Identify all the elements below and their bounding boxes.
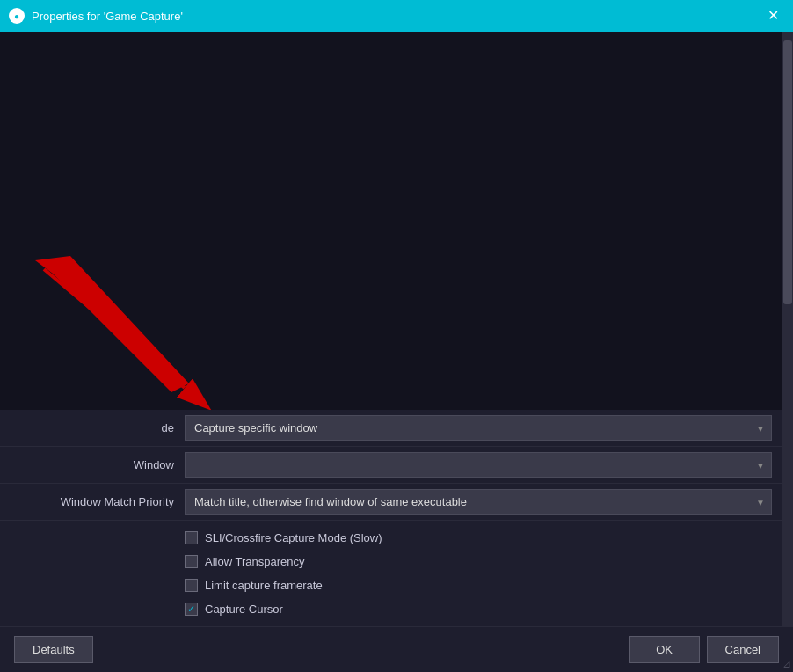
window-match-priority-control: Match title, otherwise find window of sa… xyxy=(185,489,786,515)
form-section: de Capture specific window Window xyxy=(0,410,793,626)
cursor-checkbox-row: Capture Cursor xyxy=(185,597,793,621)
app-icon: ● xyxy=(9,8,25,24)
sli-checkbox[interactable] xyxy=(185,531,198,544)
mode-select-wrapper: Capture specific window xyxy=(185,415,772,441)
sli-label: SLI/Crossfire Capture Mode (Slow) xyxy=(205,531,382,544)
mode-label: de xyxy=(0,421,185,435)
window-match-priority-label: Window Match Priority xyxy=(0,495,185,508)
titlebar: ● Properties for 'Game Capture' ✕ xyxy=(0,0,793,32)
transparency-label: Allow Transparency xyxy=(205,555,304,568)
checkboxes-section: SLI/Crossfire Capture Mode (Slow) Allow … xyxy=(0,521,793,626)
resize-handle[interactable]: ⊿ xyxy=(782,658,791,670)
window-match-priority-select[interactable]: Match title, otherwise find window of sa… xyxy=(185,489,772,515)
window-match-priority-row: Window Match Priority Match title, other… xyxy=(0,484,793,521)
window-select-wrapper xyxy=(185,452,772,478)
transparency-checkbox-row: Allow Transparency xyxy=(185,550,793,573)
window-label: Window xyxy=(0,458,185,471)
mode-row: de Capture specific window xyxy=(0,410,793,447)
titlebar-left: ● Properties for 'Game Capture' xyxy=(9,8,183,24)
footer-right: OK Cancel xyxy=(629,636,779,663)
window-row: Window xyxy=(0,447,793,484)
cursor-label: Capture Cursor xyxy=(205,603,283,616)
scrollbar-thumb[interactable] xyxy=(783,40,792,304)
framerate-checkbox-row: Limit capture framerate xyxy=(185,573,793,597)
footer: Defaults OK Cancel xyxy=(0,626,793,672)
framerate-label: Limit capture framerate xyxy=(205,579,323,592)
dark-top-area xyxy=(0,32,793,410)
close-button[interactable]: ✕ xyxy=(762,7,784,25)
cursor-checkbox[interactable] xyxy=(185,603,198,616)
window-match-priority-select-wrapper: Match title, otherwise find window of sa… xyxy=(185,489,772,515)
framerate-checkbox[interactable] xyxy=(185,579,198,592)
scrollbar-track[interactable] xyxy=(782,32,793,626)
mode-select[interactable]: Capture specific window xyxy=(185,415,772,441)
mode-control: Capture specific window xyxy=(185,415,786,441)
defaults-button[interactable]: Defaults xyxy=(14,636,93,663)
window-control xyxy=(185,452,786,478)
transparency-checkbox[interactable] xyxy=(185,555,198,568)
content-area: de Capture specific window Window xyxy=(0,32,793,626)
properties-dialog: ● Properties for 'Game Capture' ✕ xyxy=(0,0,793,672)
dialog-title: Properties for 'Game Capture' xyxy=(32,10,183,23)
cancel-button[interactable]: Cancel xyxy=(707,636,779,663)
window-select[interactable] xyxy=(185,452,772,478)
ok-button[interactable]: OK xyxy=(629,636,700,663)
sli-checkbox-row: SLI/Crossfire Capture Mode (Slow) xyxy=(185,526,793,550)
